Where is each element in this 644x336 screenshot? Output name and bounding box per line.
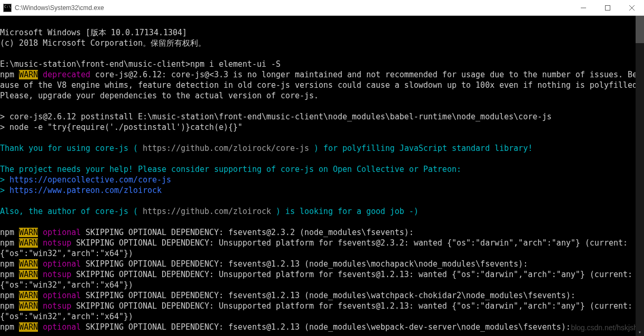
blank-line bbox=[0, 217, 5, 227]
warn-optional-line: npm WARN optional SKIPPING OPTIONAL DEPE… bbox=[0, 228, 414, 237]
optional-label: optional bbox=[43, 291, 81, 300]
notsup-label: notsup bbox=[43, 301, 71, 311]
svg-rect-1 bbox=[606, 5, 610, 10]
blank-line bbox=[0, 49, 5, 58]
prompt: E:\music-station\front-end\music-client> bbox=[0, 59, 190, 69]
warn-badge: WARN bbox=[19, 238, 38, 248]
warn-badge: WARN bbox=[19, 259, 38, 269]
terminal-output[interactable]: Microsoft Windows [版本 10.0.17134.1304] (… bbox=[0, 16, 644, 336]
patreon-link: https://www.patreon.com/zloirock bbox=[9, 186, 162, 195]
warn-badge: WARN bbox=[19, 301, 38, 311]
deprecated-label: deprecated bbox=[43, 70, 90, 79]
warn-notsup-line: npm WARN notsup SKIPPING OPTIONAL DEPEND… bbox=[0, 238, 632, 258]
blank-line bbox=[0, 101, 5, 111]
warn-badge: WARN bbox=[19, 70, 38, 79]
deprecated-msg: core-js@2.6.12: core-js@<3.3 is no longe… bbox=[0, 70, 644, 100]
postinstall-line: > core-js@2.6.12 postinstall E:\music-st… bbox=[0, 112, 552, 121]
npm-label: npm bbox=[0, 70, 19, 79]
thank-you-line: Thank you for using core-js ( https://gi… bbox=[0, 144, 532, 153]
maximize-button[interactable] bbox=[596, 0, 620, 16]
author-line: Also, the author of core-js ( https://gi… bbox=[0, 207, 419, 216]
warn-optional-line: npm WARN optional SKIPPING OPTIONAL DEPE… bbox=[0, 259, 528, 269]
optional-label: optional bbox=[43, 322, 81, 332]
vertical-scrollbar[interactable]: ▾ bbox=[636, 16, 644, 336]
close-button[interactable] bbox=[620, 0, 644, 16]
patreon-line: > https://www.patreon.com/zloirock bbox=[0, 186, 162, 195]
warn-badge: WARN bbox=[19, 270, 38, 279]
notsup-label: notsup bbox=[43, 270, 71, 279]
blank-line bbox=[0, 133, 5, 142]
scroll-thumb[interactable] bbox=[636, 16, 644, 43]
prompt-line: E:\music-station\front-end\music-client>… bbox=[0, 59, 281, 69]
titlebar-left: C:\Windows\System32\cmd.exe bbox=[0, 4, 104, 12]
copyright-line: (c) 2018 Microsoft Corporation。保留所有权利。 bbox=[0, 38, 206, 48]
window-title: C:\Windows\System32\cmd.exe bbox=[15, 4, 104, 12]
cmd-icon bbox=[3, 4, 12, 12]
blank-line bbox=[0, 154, 5, 164]
command: npm i element-ui -S bbox=[190, 59, 281, 69]
window-controls bbox=[571, 0, 644, 16]
corejs-link: https://github.com/zloirock/core-js bbox=[138, 144, 314, 153]
warn-optional-line: npm WARN optional SKIPPING OPTIONAL DEPE… bbox=[0, 322, 571, 332]
author-link: https://github.com/zloirock bbox=[138, 207, 276, 216]
postinstall-cmd-line: > node -e "try{require('./postinstall')}… bbox=[0, 123, 243, 132]
warn-badge: WARN bbox=[19, 228, 38, 237]
minimize-button[interactable] bbox=[571, 0, 596, 16]
warn-notsup-line: npm WARN notsup SKIPPING OPTIONAL DEPEND… bbox=[0, 270, 637, 290]
window-titlebar: C:\Windows\System32\cmd.exe bbox=[0, 0, 644, 16]
optional-label: optional bbox=[43, 259, 81, 269]
blank-line bbox=[0, 196, 5, 206]
warn-deprecated-line: npm WARN deprecated core-js@2.6.12: core… bbox=[0, 70, 644, 100]
warn-optional-line: npm WARN optional SKIPPING OPTIONAL DEPE… bbox=[0, 291, 576, 300]
notsup-label: notsup bbox=[43, 238, 71, 248]
scroll-down-icon[interactable]: ▾ bbox=[636, 328, 644, 336]
opencollective-line: > https://opencollective.com/core-js bbox=[0, 175, 171, 185]
warn-badge: WARN bbox=[19, 322, 38, 332]
optional-label: optional bbox=[43, 228, 81, 237]
watermark: blog.csdn.net/hskjsh bbox=[571, 322, 638, 333]
warn-notsup-line: npm WARN notsup SKIPPING OPTIONAL DEPEND… bbox=[0, 301, 637, 321]
warn-badge: WARN bbox=[19, 291, 38, 300]
support-line: The project needs your help! Please cons… bbox=[0, 165, 461, 174]
header-line: Microsoft Windows [版本 10.0.17134.1304] bbox=[0, 28, 187, 37]
opencollective-link: https://opencollective.com/core-js bbox=[9, 175, 171, 185]
